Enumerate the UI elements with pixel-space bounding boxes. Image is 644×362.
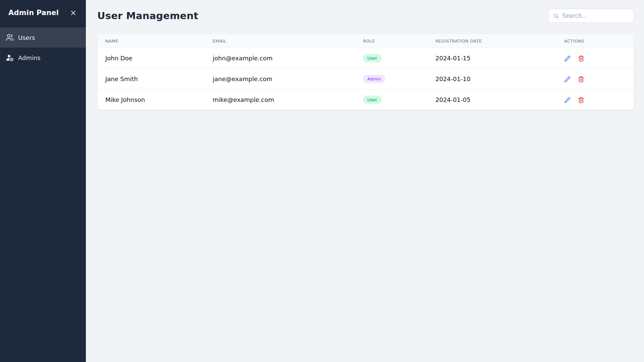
registration-date-cell: 2024-01-10 (427, 69, 556, 89)
name-cell: Mike Johnson (97, 89, 205, 110)
table-header-row: NAME EMAIL ROLE REGISTRATION DATE ACTION… (97, 34, 634, 48)
delete-user-button[interactable] (578, 55, 584, 62)
topbar: User Management (97, 9, 634, 23)
main-content: User Management NAME EMAIL ROLE REGISTRA… (86, 0, 644, 362)
registration-date-cell: 2024-01-15 (427, 48, 556, 69)
edit-user-button[interactable] (564, 55, 571, 62)
trash-icon (578, 76, 584, 82)
page-title: User Management (97, 10, 198, 21)
edit-user-button[interactable] (564, 76, 571, 82)
sidebar-header: Admin Panel (0, 0, 86, 17)
role-badge: Admin (363, 75, 385, 83)
pencil-icon (564, 55, 571, 62)
sidebar-item-admins[interactable]: Admins (0, 48, 86, 68)
column-header-email: EMAIL (205, 34, 355, 48)
sidebar-item-users[interactable]: Users (0, 27, 86, 48)
role-cell: Admin (355, 69, 427, 89)
email-cell: jane@example.com (205, 69, 355, 89)
column-header-registration-date: REGISTRATION DATE (427, 34, 556, 48)
sidebar-item-label: Users (18, 34, 35, 41)
close-x-icon (70, 10, 76, 16)
registration-date-cell: 2024-01-05 (427, 89, 556, 110)
name-cell: Jane Smith (97, 69, 205, 89)
name-cell: John Doe (97, 48, 205, 69)
close-sidebar-button[interactable] (69, 9, 77, 17)
actions-cell (556, 48, 634, 69)
admin-user-icon (6, 54, 14, 62)
column-header-role: ROLE (355, 34, 427, 48)
search-icon (553, 13, 559, 19)
edit-user-button[interactable] (564, 97, 571, 103)
pencil-icon (564, 97, 571, 103)
user-table-card: NAME EMAIL ROLE REGISTRATION DATE ACTION… (97, 34, 634, 110)
table-row: Jane Smith jane@example.com Admin 2024-0… (97, 69, 634, 89)
delete-user-button[interactable] (578, 76, 584, 82)
sidebar-nav: Users Admins (0, 27, 86, 68)
role-badge: User (363, 96, 382, 104)
search-input[interactable] (562, 12, 629, 19)
delete-user-button[interactable] (578, 97, 584, 103)
role-badge: User (363, 54, 382, 62)
role-cell: User (355, 89, 427, 110)
sidebar: Admin Panel Users (0, 0, 86, 362)
user-table: NAME EMAIL ROLE REGISTRATION DATE ACTION… (97, 34, 634, 110)
users-icon (6, 34, 14, 42)
pencil-icon (564, 76, 571, 82)
email-cell: mike@example.com (205, 89, 355, 110)
sidebar-item-label: Admins (18, 54, 41, 61)
app-title: Admin Panel (8, 9, 59, 17)
search-box[interactable] (548, 9, 634, 23)
email-cell: john@example.com (205, 48, 355, 69)
trash-icon (578, 55, 584, 62)
actions-cell (556, 89, 634, 110)
table-row: John Doe john@example.com User 2024-01-1… (97, 48, 634, 69)
role-cell: User (355, 48, 427, 69)
table-row: Mike Johnson mike@example.com User 2024-… (97, 89, 634, 110)
trash-icon (578, 97, 584, 103)
column-header-actions: ACTIONS (556, 34, 634, 48)
column-header-name: NAME (97, 34, 205, 48)
actions-cell (556, 69, 634, 89)
